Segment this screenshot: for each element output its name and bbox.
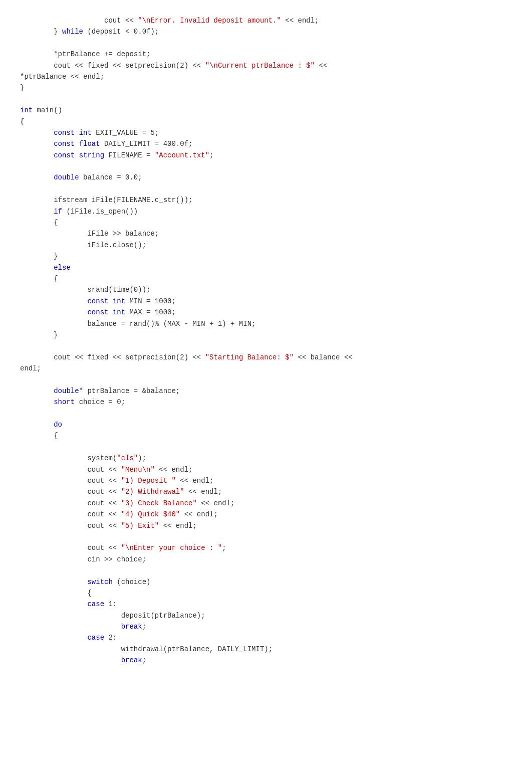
code-line (20, 183, 512, 194)
code-line: } (20, 329, 512, 340)
code-line: int main() (20, 105, 512, 116)
code-line: const int MIN = 1000; (20, 296, 512, 307)
code-line: { (20, 588, 512, 599)
code-line: cout << "4) Quick $40" << endl; (20, 509, 512, 520)
code-line: cout << "Menu\n" << endl; (20, 464, 512, 475)
code-line (20, 408, 512, 419)
code-line: iFile.close(); (20, 240, 512, 251)
code-line: { (20, 273, 512, 284)
code-line: } while (deposit < 0.0f); (20, 26, 512, 37)
code-line: const int EXIT_VALUE = 5; (20, 127, 512, 138)
code-line: break; (20, 655, 512, 666)
code-line: const float DAILY_LIMIT = 400.0f; (20, 138, 512, 149)
code-line: deposit(ptrBalance); (20, 610, 512, 621)
code-line (20, 38, 512, 49)
code-line: case 1: (20, 599, 512, 610)
code-line (20, 161, 512, 172)
code-line: withdrawal(ptrBalance, DAILY_LIMIT); (20, 644, 512, 655)
code-line (20, 531, 512, 542)
code-line: cout << "3) Check Balance" << endl; (20, 498, 512, 509)
code-line: const int MAX = 1000; (20, 307, 512, 318)
code-line: cout << "5) Exit" << endl; (20, 520, 512, 531)
code-line (20, 374, 512, 385)
code-line: do (20, 419, 512, 430)
code-line: cout << "\nEnter your choice : "; (20, 542, 512, 553)
code-line: srand(time(0)); (20, 284, 512, 295)
code-line: cout << "1) Deposit " << endl; (20, 475, 512, 486)
code-line: double balance = 0.0; (20, 172, 512, 183)
code-line: else (20, 262, 512, 273)
code-line: ifstream iFile(FILENAME.c_str()); (20, 194, 512, 206)
code-line: switch (choice) (20, 576, 512, 588)
code-line: case 2: (20, 632, 512, 643)
code-line: cout << fixed << setprecision(2) << "Sta… (20, 352, 512, 363)
code-line (20, 442, 512, 453)
code-line: cin >> choice; (20, 554, 512, 565)
code-line: short choice = 0; (20, 397, 512, 408)
code-line: if (iFile.is_open()) (20, 206, 512, 217)
code-line: endl; (20, 363, 512, 374)
code-line: } (20, 251, 512, 262)
code-line (20, 340, 512, 351)
code-line: system("cls"); (20, 453, 512, 464)
code-line (20, 565, 512, 576)
code-line: { (20, 116, 512, 127)
code-line: *ptrBalance += deposit; (20, 49, 512, 60)
code-line: iFile >> balance; (20, 228, 512, 239)
code-line: } (20, 82, 512, 93)
code-line: { (20, 430, 512, 441)
code-line: *ptrBalance << endl; (20, 71, 512, 82)
code-line: balance = rand()% (MAX - MIN + 1) + MIN; (20, 318, 512, 329)
code-line: const string FILENAME = "Account.txt"; (20, 150, 512, 161)
code-line: double* ptrBalance = &balance; (20, 385, 512, 397)
code-line: cout << "2) Withdrawal" << endl; (20, 486, 512, 497)
code-line: cout << "\nError. Invalid deposit amount… (20, 15, 512, 26)
code-line: { (20, 217, 512, 228)
code-block: cout << "\nError. Invalid deposit amount… (20, 15, 512, 666)
code-line: cout << fixed << setprecision(2) << "\nC… (20, 60, 512, 71)
code-line: break; (20, 621, 512, 632)
code-line (20, 94, 512, 105)
